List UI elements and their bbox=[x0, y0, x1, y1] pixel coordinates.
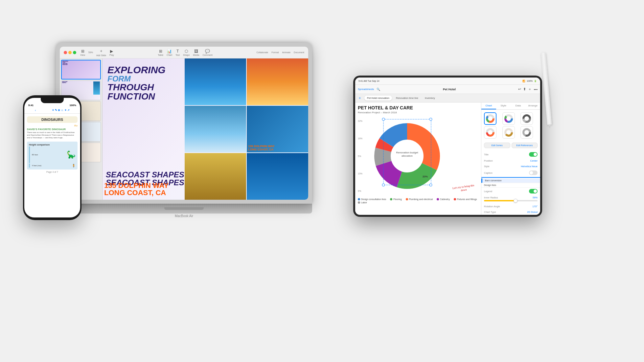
iphone-diagram: Height comparison 85 feet 🦕 4 feet (me) … bbox=[27, 142, 78, 170]
chart-style-6[interactable] bbox=[520, 126, 533, 139]
macbook-bezel: ⊞ View 59% ＋ Add Slide ▶ bbox=[60, 47, 308, 200]
ipad-status-icons: 📶 100% 🔋 bbox=[522, 80, 537, 82]
title-toggle[interactable] bbox=[529, 152, 538, 157]
rotation-label: Rotation Angle bbox=[484, 205, 500, 208]
chart-style-5[interactable] bbox=[502, 126, 515, 139]
caption-toggle[interactable] bbox=[529, 170, 538, 175]
donut-center-text-1: Renovation budget bbox=[396, 151, 418, 154]
ipad-add-icon[interactable]: ＋ bbox=[528, 87, 532, 92]
iphone-device: 9:41 100% ‹ ✦ ✎ ⊕ ☺ ✦ ↗ DINOSAURS Ro DAV… bbox=[23, 95, 81, 220]
person-height-row: 4 feet (me) 🧍 bbox=[29, 164, 76, 168]
sidebar-tab-data[interactable]: Data bbox=[511, 102, 526, 109]
ipad-more-icon[interactable]: ••• bbox=[534, 87, 538, 91]
slide-thumb-1[interactable]: EXPLORINGFORMTHROUGHFUNCTION bbox=[61, 60, 101, 79]
chart-tool[interactable]: 📊 Chart bbox=[167, 49, 172, 56]
format-tool[interactable]: Format bbox=[271, 51, 279, 54]
position-value[interactable]: Center bbox=[530, 159, 538, 162]
person-height-label: 4 feet (me) bbox=[32, 165, 41, 167]
chart-title: PET HOTEL & DAY CARE bbox=[358, 105, 478, 110]
chart-type-value[interactable]: 2D Donut bbox=[527, 211, 538, 214]
photo-surf: 135 DOLPHIN WAYLONG COAST, CA bbox=[247, 106, 308, 152]
document-tool[interactable]: Document bbox=[294, 51, 304, 54]
macbook-lid: ⊞ View 59% ＋ Add Slide ▶ bbox=[56, 43, 312, 204]
maximize-button[interactable] bbox=[73, 51, 76, 54]
rotation-value[interactable]: 173° bbox=[532, 205, 538, 208]
keynote-city: LONG COAST, CA bbox=[104, 189, 169, 196]
iphone-app-toolbar: ‹ ✦ ✎ ⊕ ☺ ✦ ↗ bbox=[24, 107, 80, 114]
keynote-title-through: THROUGH bbox=[107, 83, 166, 92]
animate-tool[interactable]: Animate bbox=[282, 51, 290, 54]
tab-pet-hotel-renovation[interactable]: Pet Hotel renovation bbox=[364, 96, 392, 101]
chart-style-3[interactable] bbox=[520, 112, 533, 125]
title-label: Title bbox=[484, 153, 489, 156]
legend-labor: Labor bbox=[358, 201, 367, 204]
legend-dot-cabinetry bbox=[437, 198, 439, 200]
legend-label: Legend bbox=[484, 190, 492, 193]
handle-tr[interactable] bbox=[429, 118, 432, 121]
shape-icon: ⬡ bbox=[185, 49, 188, 54]
minimize-button[interactable] bbox=[68, 51, 72, 54]
ipad-app-toolbar: Spreadsheets 🔍 Pet Hotel ↩ ⬆ ＋ ••• bbox=[355, 85, 540, 94]
sidebar-tab-style[interactable]: Style bbox=[496, 102, 511, 109]
sidebar-tab-chart[interactable]: Chart bbox=[481, 102, 496, 109]
add-sheet-button[interactable]: ＋ bbox=[358, 95, 362, 101]
macbook-toolbar: ⊞ View 59% ＋ Add Slide ▶ bbox=[60, 47, 308, 58]
tab-inventory[interactable]: Inventory bbox=[422, 96, 438, 101]
legend-toggle[interactable] bbox=[529, 189, 538, 193]
legend-dot-design bbox=[358, 198, 360, 200]
chart-style-4[interactable] bbox=[484, 126, 496, 139]
chart-style-grid bbox=[481, 110, 540, 141]
zoom-tool[interactable]: 59% bbox=[88, 51, 93, 54]
legend-dot-flooring bbox=[390, 198, 392, 200]
list-item-barn[interactable]: Barn conversion bbox=[481, 178, 540, 183]
play-tool[interactable]: ▶ Play bbox=[109, 49, 114, 56]
table-tool[interactable]: ⊞ Table bbox=[158, 49, 163, 56]
ipad-spreadsheets-link[interactable]: Spreadsheets bbox=[358, 88, 374, 91]
edit-series-button[interactable]: Edit Series bbox=[484, 143, 510, 148]
keynote-title-exploring: EXPLORING bbox=[107, 65, 166, 75]
iphone-section-title: DAVID'S FAVORITE DINOSAUR bbox=[27, 128, 78, 131]
media-tool[interactable]: 🖼 Media bbox=[193, 49, 199, 56]
legend-label-design: Design consultation fees bbox=[361, 198, 386, 200]
legend-row: Legend bbox=[481, 188, 540, 195]
ipad-search-icon[interactable]: 🔍 bbox=[377, 88, 380, 91]
keynote-seacoast-1: SEACOAST SHAPES bbox=[106, 171, 184, 179]
slider-thumb[interactable] bbox=[514, 199, 518, 203]
ipad-toolbar-right: ↩ ⬆ ＋ ••• bbox=[518, 87, 538, 92]
tab-renovation-timeline[interactable]: Renovation time line bbox=[393, 96, 421, 101]
iphone-back-icon[interactable]: ‹ bbox=[35, 109, 36, 112]
iphone-annotation: Ro bbox=[27, 124, 78, 127]
ipad-undo-icon[interactable]: ↩ bbox=[518, 87, 521, 91]
shape-tool[interactable]: ⬡ Shape bbox=[183, 49, 190, 56]
donut-center-text-2: allocation bbox=[402, 154, 413, 157]
legend-design: Design consultation fees bbox=[358, 198, 386, 200]
legend-label-cabinetry: Cabinetry bbox=[440, 198, 450, 200]
edit-references-button[interactable]: Edit References bbox=[512, 143, 538, 148]
inner-radius-slider[interactable] bbox=[484, 200, 538, 201]
dinosaur-silhouette: 🦕 bbox=[67, 150, 76, 159]
text-tool[interactable]: T Text bbox=[175, 49, 180, 56]
donut-svg: Renovation budget allocation 23% bbox=[358, 117, 450, 195]
comment-tool[interactable]: 💬 Comment bbox=[202, 49, 212, 56]
close-button[interactable] bbox=[64, 51, 67, 54]
inner-radius-label: Inner Radius bbox=[484, 196, 498, 199]
rotation-row: Rotation Angle 173° bbox=[481, 204, 540, 209]
add-slide-tool[interactable]: ＋ Add Slide bbox=[96, 48, 106, 57]
handle-br[interactable] bbox=[429, 184, 432, 186]
list-item-design[interactable]: Design fees bbox=[481, 183, 540, 188]
sidebar-tab-arrange[interactable]: Arrange bbox=[525, 102, 540, 109]
style-value[interactable]: Helvetica Neue bbox=[521, 165, 538, 168]
handle-bl[interactable] bbox=[382, 184, 385, 186]
handle-tl[interactable] bbox=[382, 118, 385, 121]
person-silhouette: 🧍 bbox=[72, 164, 76, 168]
collaborate-tool[interactable]: Collaborate bbox=[256, 51, 268, 54]
slide-main: EXPLORING FORM THROUGH FUNCTION bbox=[103, 58, 308, 200]
legend-label-flooring: Flooring bbox=[393, 198, 402, 200]
view-tool[interactable]: ⊞ View bbox=[80, 49, 85, 56]
chart-style-1[interactable] bbox=[484, 112, 496, 125]
media-icon: 🖼 bbox=[194, 49, 198, 54]
text-icon: T bbox=[176, 49, 179, 54]
chart-style-2[interactable] bbox=[502, 112, 515, 125]
chart-legend: Design consultation fees Flooring Plumbi… bbox=[358, 198, 478, 204]
ipad-share-icon[interactable]: ⬆ bbox=[523, 87, 526, 91]
